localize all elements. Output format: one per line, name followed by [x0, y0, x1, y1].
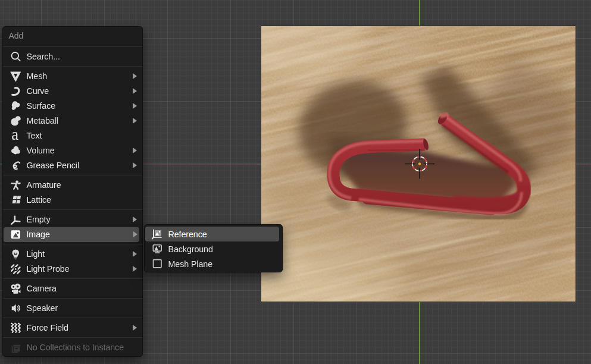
svg-text:a: a: [11, 130, 18, 142]
